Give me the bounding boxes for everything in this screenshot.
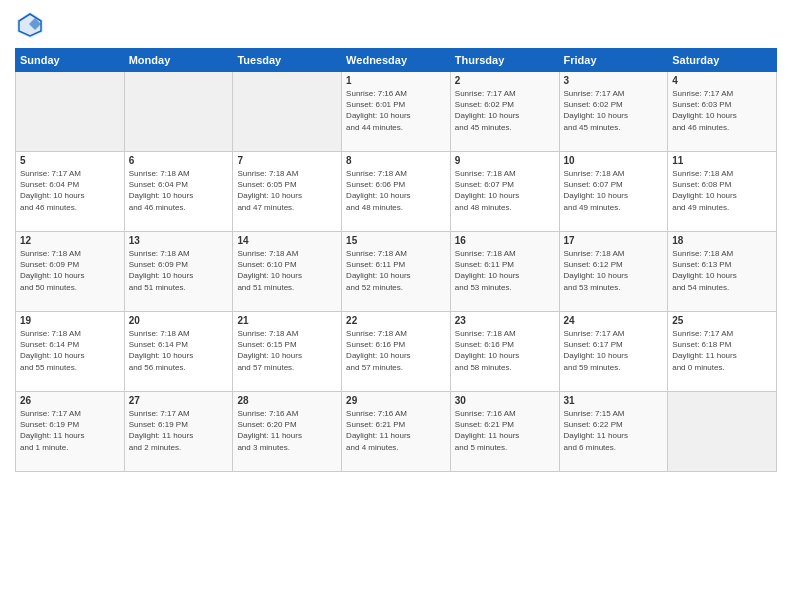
cell-content: Sunrise: 7:17 AM Sunset: 6:18 PM Dayligh… bbox=[672, 328, 772, 373]
calendar-cell: 18Sunrise: 7:18 AM Sunset: 6:13 PM Dayli… bbox=[668, 232, 777, 312]
calendar-cell: 30Sunrise: 7:16 AM Sunset: 6:21 PM Dayli… bbox=[450, 392, 559, 472]
calendar-cell: 11Sunrise: 7:18 AM Sunset: 6:08 PM Dayli… bbox=[668, 152, 777, 232]
calendar-cell: 6Sunrise: 7:18 AM Sunset: 6:04 PM Daylig… bbox=[124, 152, 233, 232]
cell-content: Sunrise: 7:16 AM Sunset: 6:21 PM Dayligh… bbox=[455, 408, 555, 453]
cell-content: Sunrise: 7:16 AM Sunset: 6:21 PM Dayligh… bbox=[346, 408, 446, 453]
week-row-4: 19Sunrise: 7:18 AM Sunset: 6:14 PM Dayli… bbox=[16, 312, 777, 392]
cell-content: Sunrise: 7:18 AM Sunset: 6:10 PM Dayligh… bbox=[237, 248, 337, 293]
calendar-cell: 22Sunrise: 7:18 AM Sunset: 6:16 PM Dayli… bbox=[342, 312, 451, 392]
cell-content: Sunrise: 7:16 AM Sunset: 6:20 PM Dayligh… bbox=[237, 408, 337, 453]
day-number: 29 bbox=[346, 395, 446, 406]
cell-content: Sunrise: 7:17 AM Sunset: 6:19 PM Dayligh… bbox=[20, 408, 120, 453]
cell-content: Sunrise: 7:16 AM Sunset: 6:01 PM Dayligh… bbox=[346, 88, 446, 133]
calendar-cell: 5Sunrise: 7:17 AM Sunset: 6:04 PM Daylig… bbox=[16, 152, 125, 232]
day-number: 1 bbox=[346, 75, 446, 86]
calendar-page: SundayMondayTuesdayWednesdayThursdayFrid… bbox=[0, 0, 792, 612]
day-number: 8 bbox=[346, 155, 446, 166]
calendar-cell: 15Sunrise: 7:18 AM Sunset: 6:11 PM Dayli… bbox=[342, 232, 451, 312]
calendar-cell: 24Sunrise: 7:17 AM Sunset: 6:17 PM Dayli… bbox=[559, 312, 668, 392]
day-number: 13 bbox=[129, 235, 229, 246]
calendar-cell: 20Sunrise: 7:18 AM Sunset: 6:14 PM Dayli… bbox=[124, 312, 233, 392]
day-number: 20 bbox=[129, 315, 229, 326]
calendar-cell: 31Sunrise: 7:15 AM Sunset: 6:22 PM Dayli… bbox=[559, 392, 668, 472]
cell-content: Sunrise: 7:17 AM Sunset: 6:19 PM Dayligh… bbox=[129, 408, 229, 453]
day-number: 2 bbox=[455, 75, 555, 86]
day-number: 5 bbox=[20, 155, 120, 166]
cell-content: Sunrise: 7:17 AM Sunset: 6:04 PM Dayligh… bbox=[20, 168, 120, 213]
day-number: 30 bbox=[455, 395, 555, 406]
cell-content: Sunrise: 7:17 AM Sunset: 6:02 PM Dayligh… bbox=[455, 88, 555, 133]
calendar-cell: 4Sunrise: 7:17 AM Sunset: 6:03 PM Daylig… bbox=[668, 72, 777, 152]
cell-content: Sunrise: 7:18 AM Sunset: 6:07 PM Dayligh… bbox=[455, 168, 555, 213]
cell-content: Sunrise: 7:18 AM Sunset: 6:16 PM Dayligh… bbox=[455, 328, 555, 373]
calendar-cell: 26Sunrise: 7:17 AM Sunset: 6:19 PM Dayli… bbox=[16, 392, 125, 472]
day-number: 19 bbox=[20, 315, 120, 326]
calendar-cell: 27Sunrise: 7:17 AM Sunset: 6:19 PM Dayli… bbox=[124, 392, 233, 472]
calendar-cell: 1Sunrise: 7:16 AM Sunset: 6:01 PM Daylig… bbox=[342, 72, 451, 152]
day-number: 14 bbox=[237, 235, 337, 246]
calendar-cell bbox=[16, 72, 125, 152]
cell-content: Sunrise: 7:18 AM Sunset: 6:11 PM Dayligh… bbox=[455, 248, 555, 293]
logo bbox=[15, 10, 49, 40]
calendar-cell bbox=[668, 392, 777, 472]
header-cell-sunday: Sunday bbox=[16, 49, 125, 72]
cell-content: Sunrise: 7:17 AM Sunset: 6:03 PM Dayligh… bbox=[672, 88, 772, 133]
header-cell-saturday: Saturday bbox=[668, 49, 777, 72]
cell-content: Sunrise: 7:18 AM Sunset: 6:07 PM Dayligh… bbox=[564, 168, 664, 213]
header-cell-thursday: Thursday bbox=[450, 49, 559, 72]
header-cell-friday: Friday bbox=[559, 49, 668, 72]
cell-content: Sunrise: 7:18 AM Sunset: 6:14 PM Dayligh… bbox=[129, 328, 229, 373]
cell-content: Sunrise: 7:18 AM Sunset: 6:16 PM Dayligh… bbox=[346, 328, 446, 373]
header-cell-monday: Monday bbox=[124, 49, 233, 72]
day-number: 16 bbox=[455, 235, 555, 246]
cell-content: Sunrise: 7:18 AM Sunset: 6:04 PM Dayligh… bbox=[129, 168, 229, 213]
calendar-cell: 9Sunrise: 7:18 AM Sunset: 6:07 PM Daylig… bbox=[450, 152, 559, 232]
day-number: 25 bbox=[672, 315, 772, 326]
calendar-cell: 7Sunrise: 7:18 AM Sunset: 6:05 PM Daylig… bbox=[233, 152, 342, 232]
day-number: 6 bbox=[129, 155, 229, 166]
header-cell-tuesday: Tuesday bbox=[233, 49, 342, 72]
day-number: 3 bbox=[564, 75, 664, 86]
day-number: 7 bbox=[237, 155, 337, 166]
calendar-cell: 14Sunrise: 7:18 AM Sunset: 6:10 PM Dayli… bbox=[233, 232, 342, 312]
cell-content: Sunrise: 7:18 AM Sunset: 6:06 PM Dayligh… bbox=[346, 168, 446, 213]
calendar-cell: 17Sunrise: 7:18 AM Sunset: 6:12 PM Dayli… bbox=[559, 232, 668, 312]
calendar-cell: 12Sunrise: 7:18 AM Sunset: 6:09 PM Dayli… bbox=[16, 232, 125, 312]
header-row: SundayMondayTuesdayWednesdayThursdayFrid… bbox=[16, 49, 777, 72]
cell-content: Sunrise: 7:17 AM Sunset: 6:02 PM Dayligh… bbox=[564, 88, 664, 133]
cell-content: Sunrise: 7:18 AM Sunset: 6:11 PM Dayligh… bbox=[346, 248, 446, 293]
calendar-cell: 25Sunrise: 7:17 AM Sunset: 6:18 PM Dayli… bbox=[668, 312, 777, 392]
cell-content: Sunrise: 7:18 AM Sunset: 6:12 PM Dayligh… bbox=[564, 248, 664, 293]
header-cell-wednesday: Wednesday bbox=[342, 49, 451, 72]
day-number: 18 bbox=[672, 235, 772, 246]
day-number: 9 bbox=[455, 155, 555, 166]
cell-content: Sunrise: 7:15 AM Sunset: 6:22 PM Dayligh… bbox=[564, 408, 664, 453]
calendar-cell: 10Sunrise: 7:18 AM Sunset: 6:07 PM Dayli… bbox=[559, 152, 668, 232]
cell-content: Sunrise: 7:18 AM Sunset: 6:15 PM Dayligh… bbox=[237, 328, 337, 373]
day-number: 23 bbox=[455, 315, 555, 326]
calendar-cell: 19Sunrise: 7:18 AM Sunset: 6:14 PM Dayli… bbox=[16, 312, 125, 392]
day-number: 27 bbox=[129, 395, 229, 406]
day-number: 26 bbox=[20, 395, 120, 406]
calendar-cell: 8Sunrise: 7:18 AM Sunset: 6:06 PM Daylig… bbox=[342, 152, 451, 232]
cell-content: Sunrise: 7:18 AM Sunset: 6:09 PM Dayligh… bbox=[20, 248, 120, 293]
day-number: 11 bbox=[672, 155, 772, 166]
week-row-5: 26Sunrise: 7:17 AM Sunset: 6:19 PM Dayli… bbox=[16, 392, 777, 472]
calendar-cell: 23Sunrise: 7:18 AM Sunset: 6:16 PM Dayli… bbox=[450, 312, 559, 392]
week-row-2: 5Sunrise: 7:17 AM Sunset: 6:04 PM Daylig… bbox=[16, 152, 777, 232]
day-number: 22 bbox=[346, 315, 446, 326]
calendar-cell bbox=[124, 72, 233, 152]
calendar-table: SundayMondayTuesdayWednesdayThursdayFrid… bbox=[15, 48, 777, 472]
day-number: 31 bbox=[564, 395, 664, 406]
day-number: 15 bbox=[346, 235, 446, 246]
calendar-cell: 13Sunrise: 7:18 AM Sunset: 6:09 PM Dayli… bbox=[124, 232, 233, 312]
calendar-cell: 16Sunrise: 7:18 AM Sunset: 6:11 PM Dayli… bbox=[450, 232, 559, 312]
cell-content: Sunrise: 7:18 AM Sunset: 6:08 PM Dayligh… bbox=[672, 168, 772, 213]
day-number: 10 bbox=[564, 155, 664, 166]
week-row-3: 12Sunrise: 7:18 AM Sunset: 6:09 PM Dayli… bbox=[16, 232, 777, 312]
calendar-cell bbox=[233, 72, 342, 152]
day-number: 17 bbox=[564, 235, 664, 246]
header bbox=[15, 10, 777, 40]
calendar-cell: 21Sunrise: 7:18 AM Sunset: 6:15 PM Dayli… bbox=[233, 312, 342, 392]
calendar-cell: 29Sunrise: 7:16 AM Sunset: 6:21 PM Dayli… bbox=[342, 392, 451, 472]
